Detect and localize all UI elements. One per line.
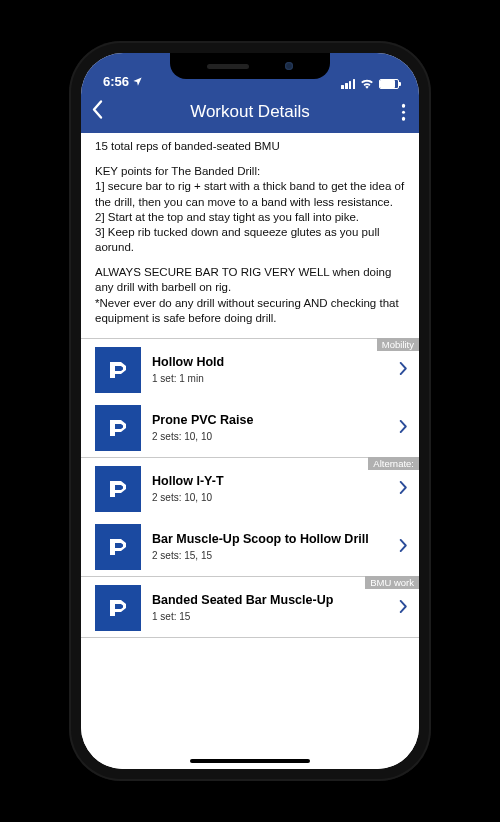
- instruction-text: ALWAYS SECURE BAR TO RIG VERY WELL when …: [95, 265, 405, 326]
- exercise-title: Bar Muscle-Up Scoop to Hollow Drill: [152, 532, 388, 547]
- exercise-section: Alternate: Hollow I-Y-T 2 sets: 10, 10: [81, 457, 419, 576]
- exercise-title: Hollow Hold: [152, 355, 388, 370]
- exercise-section: Mobility Hollow Hold 1 set: 1 min: [81, 338, 419, 457]
- logo-icon: [106, 416, 130, 440]
- exercise-thumb: [95, 524, 141, 570]
- content-scroll[interactable]: 15 total reps of banded-seated BMU KEY p…: [81, 133, 419, 769]
- screen: 6:56 Workout Details 15 total reps of ba…: [81, 53, 419, 769]
- exercise-detail: 1 set: 15: [152, 611, 388, 622]
- exercise-row[interactable]: Prone PVC Raise 2 sets: 10, 10: [81, 399, 419, 457]
- device-notch: [170, 53, 330, 79]
- exercise-thumb: [95, 405, 141, 451]
- chevron-right-icon: [399, 480, 407, 497]
- chevron-right-icon: [399, 538, 407, 555]
- logo-icon: [106, 477, 130, 501]
- exercise-section: BMU work Banded Seated Bar Muscle-Up 1 s…: [81, 576, 419, 638]
- exercise-detail: 2 sets: 10, 10: [152, 431, 388, 442]
- exercise-detail: 2 sets: 10, 10: [152, 492, 388, 503]
- location-icon: [132, 76, 143, 87]
- nav-bar: Workout Details: [81, 91, 419, 133]
- back-button[interactable]: [91, 100, 105, 125]
- exercise-title: Banded Seated Bar Muscle-Up: [152, 593, 388, 608]
- section-tag: Alternate:: [368, 457, 419, 471]
- exercise-detail: 1 set: 1 min: [152, 373, 388, 384]
- instructions-block: 15 total reps of banded-seated BMU KEY p…: [81, 133, 419, 338]
- exercise-thumb: [95, 347, 141, 393]
- logo-icon: [106, 358, 130, 382]
- exercise-thumb: [95, 466, 141, 512]
- logo-icon: [106, 535, 130, 559]
- signal-icon: [341, 79, 355, 89]
- exercise-title: Prone PVC Raise: [152, 413, 388, 428]
- logo-icon: [106, 596, 130, 620]
- exercise-detail: 2 sets: 15, 15: [152, 550, 388, 561]
- home-indicator[interactable]: [190, 759, 310, 763]
- exercise-row[interactable]: Hollow Hold 1 set: 1 min: [81, 341, 419, 399]
- section-tag: BMU work: [365, 576, 419, 590]
- section-tag: Mobility: [377, 338, 419, 352]
- phone-frame: 6:56 Workout Details 15 total reps of ba…: [69, 41, 431, 781]
- more-menu-button[interactable]: [402, 104, 406, 121]
- exercise-thumb: [95, 585, 141, 631]
- chevron-left-icon: [91, 100, 105, 120]
- chevron-right-icon: [399, 599, 407, 616]
- instruction-text: KEY points for The Banded Drill: 1] secu…: [95, 164, 405, 255]
- chevron-right-icon: [399, 419, 407, 436]
- exercise-row[interactable]: Bar Muscle-Up Scoop to Hollow Drill 2 se…: [81, 518, 419, 576]
- battery-icon: [379, 79, 399, 89]
- instruction-text: 15 total reps of banded-seated BMU: [95, 139, 405, 154]
- status-time: 6:56: [103, 74, 129, 89]
- exercise-title: Hollow I-Y-T: [152, 474, 388, 489]
- chevron-right-icon: [399, 361, 407, 378]
- wifi-icon: [360, 78, 374, 89]
- page-title: Workout Details: [190, 102, 310, 122]
